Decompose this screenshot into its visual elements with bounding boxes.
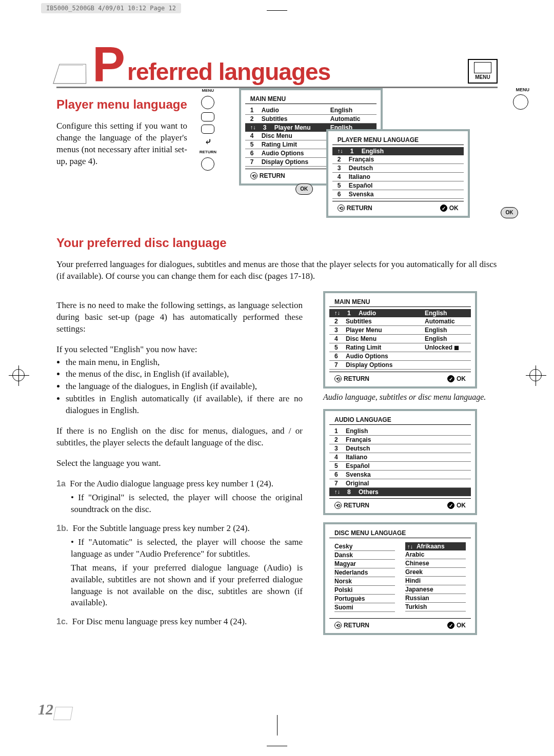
lang-item: Portuguès <box>334 595 395 603</box>
osd-row: ↑↓8Others <box>329 488 471 496</box>
return-icon: ⟲ <box>334 622 342 629</box>
return-icon: ⟲ <box>338 205 345 212</box>
osd-footer: ⟲RETURN ✓OK <box>329 498 471 513</box>
crop-mark <box>267 735 287 756</box>
osd-row: 1English <box>329 427 471 436</box>
bullet: the main menu, in English, <box>66 357 303 369</box>
pointer-icon: ⤶ <box>205 137 211 147</box>
ok-label: OK <box>449 205 459 212</box>
step-sub: • If "Automatic" is selected, the player… <box>71 537 303 560</box>
menu-button <box>201 96 214 109</box>
down-button <box>201 125 214 134</box>
crop-mark <box>267 0 287 21</box>
ok-icon: ✓ <box>447 375 454 382</box>
ok-button: OK <box>501 207 518 218</box>
title-rest: referred languages <box>127 60 330 84</box>
lang-item: Hindi <box>405 577 466 585</box>
osd-footer: ⟲RETURN ✓OK <box>329 618 471 633</box>
osd-row: 4Italiano <box>332 173 464 181</box>
osd-row: 3Deutsch <box>332 164 464 173</box>
return-label: RETURN <box>260 172 285 179</box>
osd-disc-menu-language: DISC MENU LANGUAGE CeskyDanskMagyarNeder… <box>323 522 477 635</box>
osd-row: 4Italiano <box>329 453 471 462</box>
osd-rows: 1English2Français3Deutsch4Italiano5Españ… <box>325 427 475 496</box>
bullet: the menus of the disc, in English (if av… <box>66 369 303 380</box>
step-key: 1a <box>56 479 66 488</box>
right-column: MAIN MENU ↑↓1AudioEnglish2SubtitlesAutom… <box>323 291 498 635</box>
ok-label: OK <box>457 375 466 382</box>
section1-heading: Player menu language <box>56 97 187 112</box>
bullet: subtitles in English automatically (if a… <box>66 393 303 417</box>
return-button <box>201 157 214 171</box>
step-para: That means, if your preferred dialogue l… <box>71 562 303 609</box>
return-label: RETURN <box>347 205 372 212</box>
registration-mark <box>12 369 25 381</box>
lang-item: Russian <box>405 594 466 603</box>
print-slug: IB5000_5200GB 4/09/01 10:12 Page 12 <box>41 3 181 13</box>
osd-header: AUDIO LANGUAGE <box>329 413 471 425</box>
page-number: 12 <box>38 701 53 718</box>
osd-row: 6Svenska <box>332 190 464 199</box>
lang-item: Greek <box>405 568 466 577</box>
osd-columns: CeskyDanskMagyarNederlandsNorskPolskiPor… <box>329 540 471 616</box>
book-icon <box>56 62 86 84</box>
osd-row: 2SubtitlesAutomatic <box>329 317 471 326</box>
lang-item: Norsk <box>334 577 395 586</box>
step-sub: • If "Original" is selected, the player … <box>71 492 303 516</box>
osd-main-menu-2: MAIN MENU ↑↓1AudioEnglish2SubtitlesAutom… <box>323 291 477 389</box>
osd-row: 2Français <box>329 436 471 444</box>
tv-menu-icon: MENU <box>468 59 498 84</box>
osd-footer: ⟲RETURN ✓OK <box>332 201 464 216</box>
section2-heading: Your preferred disc language <box>56 236 498 250</box>
para: If there is no English on the disc for m… <box>56 425 303 449</box>
lang-item: ↑↓ Afrikaans <box>405 542 466 550</box>
return-label: RETURN <box>344 375 369 382</box>
step-1a: 1a For the Audio dialogue language press… <box>56 478 303 516</box>
menu-button-icon <box>513 94 528 110</box>
osd-row: 5Español <box>329 462 471 471</box>
osd-stage: MENU MAIN MENU 1AudioEnglish2SubtitlesAu… <box>229 88 498 227</box>
osd-footer: ⟲RETURN ✓OK <box>329 372 471 386</box>
content: P referred languages MENU Player menu la… <box>56 45 498 635</box>
return-label: RETURN <box>200 150 216 154</box>
ok-label: OK <box>457 502 466 509</box>
col-right: ↑↓ AfrikaansArabicChineseGreekHindiJapan… <box>405 542 466 612</box>
osd-row: 6Svenska <box>329 471 471 479</box>
menu-label: MENU <box>516 87 530 92</box>
return-icon: ⟲ <box>334 375 342 382</box>
menu-label: MENU <box>202 88 214 93</box>
lang-item: Cesky <box>334 542 395 551</box>
left-column: There is no need to make the following s… <box>56 291 303 635</box>
up-button <box>201 112 214 121</box>
osd-row: 1AudioEnglish <box>245 106 377 115</box>
menu-icon-label: MENU <box>475 74 490 80</box>
para: If you selected "English" you now have: <box>56 344 303 356</box>
lang-item: Polski <box>334 586 395 595</box>
return-icon: ⟲ <box>334 502 342 509</box>
ok-button: OK <box>295 183 313 195</box>
osd-row: 2SubtitlesAutomatic <box>245 115 377 124</box>
osd-row: 4Disc MenuEnglish <box>329 335 471 343</box>
section1-paragraph: Configure this setting if you want to ch… <box>56 120 187 168</box>
osd-row: 6Audio Options <box>329 352 471 361</box>
osd-row: 2Français <box>332 155 464 164</box>
ok-icon: ✓ <box>440 205 447 212</box>
osd-header: DISC MENU LANGUAGE <box>329 526 471 538</box>
figure-caption: Audio language, subtitles or disc menu l… <box>323 393 498 402</box>
osd-header: MAIN MENU <box>329 295 471 307</box>
osd-rows: ↑↓1AudioEnglish2SubtitlesAutomatic3Playe… <box>325 309 475 370</box>
osd-row: 3Player MenuEnglish <box>329 326 471 335</box>
osd-row: ↑↓1English <box>332 147 464 155</box>
remote-diagram: MENU ⤶ RETURN <box>197 88 219 227</box>
lang-item: Suomi <box>334 603 395 612</box>
return-label: RETURN <box>344 502 369 509</box>
lang-item: Japanese <box>405 585 466 594</box>
step-key: 1c. <box>56 617 68 626</box>
page-book-icon <box>53 707 73 720</box>
col-left: CeskyDanskMagyarNederlandsNorskPolskiPor… <box>334 542 395 612</box>
page: IB5000_5200GB 4/09/01 10:12 Page 12 P re… <box>0 0 554 756</box>
osd-header: MAIN MENU <box>245 92 377 104</box>
bullet: the language of the dialogues, in Englis… <box>66 381 303 393</box>
osd-row: 3Deutsch <box>329 444 471 453</box>
para: There is no need to make the following s… <box>56 300 303 335</box>
